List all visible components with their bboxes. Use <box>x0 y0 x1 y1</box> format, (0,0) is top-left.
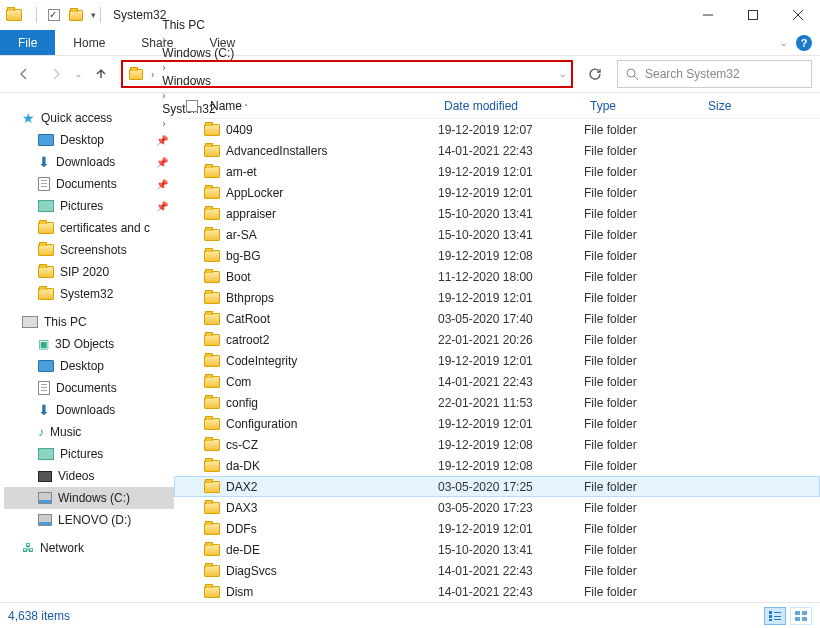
search-box[interactable] <box>617 60 812 88</box>
address-bar[interactable]: › This PC›Windows (C:)›Windows›System32›… <box>121 60 573 88</box>
tree-item[interactable]: Desktop📌 <box>4 129 174 151</box>
tree-item[interactable]: System32 <box>4 283 174 305</box>
tree-item[interactable]: SIP 2020 <box>4 261 174 283</box>
tree-label: Windows (C:) <box>58 491 130 505</box>
tree-item[interactable]: Documents📌 <box>4 173 174 195</box>
ribbon-home-tab[interactable]: Home <box>55 30 123 55</box>
file-row[interactable]: DAX303-05-2020 17:23File folder <box>174 497 820 518</box>
tree-label: Documents <box>56 177 117 191</box>
tree-item[interactable]: This PC <box>4 311 174 333</box>
chevron-right-icon[interactable]: › <box>151 69 154 80</box>
help-button[interactable]: ? <box>796 35 812 51</box>
qat-properties[interactable] <box>45 6 63 24</box>
file-row[interactable]: AppLocker19-12-2019 12:01File folder <box>174 182 820 203</box>
folder-icon <box>204 124 220 136</box>
tree-item[interactable]: 🖧Network <box>4 537 174 559</box>
nav-recent-dropdown[interactable]: ⌵ <box>76 70 81 79</box>
nav-back[interactable] <box>12 62 36 86</box>
file-row[interactable]: DDFs19-12-2019 12:01File folder <box>174 518 820 539</box>
ribbon: File Home Share View ⌵ ? <box>0 30 820 56</box>
ribbon-expand[interactable]: ⌵ <box>781 38 786 48</box>
file-row[interactable]: Boot11-12-2020 18:00File folder <box>174 266 820 287</box>
tree-item[interactable]: ▣3D Objects <box>4 333 174 355</box>
chevron-right-icon[interactable]: › <box>162 62 165 73</box>
folder-icon <box>204 376 220 388</box>
breadcrumb-segment[interactable]: Windows <box>158 74 238 88</box>
file-row[interactable]: cs-CZ19-12-2019 12:08File folder <box>174 434 820 455</box>
tree-item[interactable]: certificates and c <box>4 217 174 239</box>
pic-icon <box>38 448 54 460</box>
tree-item[interactable]: Windows (C:) <box>4 487 174 509</box>
column-date[interactable]: Date modified <box>438 99 584 113</box>
tree-item[interactable]: Documents <box>4 377 174 399</box>
breadcrumb-segment[interactable]: This PC <box>158 18 238 32</box>
file-row[interactable]: 040919-12-2019 12:07File folder <box>174 119 820 140</box>
column-checkbox[interactable] <box>180 100 204 112</box>
svg-rect-9 <box>802 611 807 615</box>
minimize-button[interactable] <box>685 0 730 30</box>
file-row[interactable]: appraiser15-10-2020 13:41File folder <box>174 203 820 224</box>
folder-icon <box>204 271 220 283</box>
file-row[interactable]: de-DE15-10-2020 13:41File folder <box>174 539 820 560</box>
file-row[interactable]: config22-01-2021 11:53File folder <box>174 392 820 413</box>
nav-row: ⌵ › This PC›Windows (C:)›Windows›System3… <box>0 56 820 92</box>
refresh-button[interactable] <box>581 60 609 88</box>
chevron-right-icon[interactable]: › <box>162 34 165 45</box>
file-row[interactable]: CatRoot03-05-2020 17:40File folder <box>174 308 820 329</box>
folder-icon <box>129 69 143 80</box>
tree-item[interactable]: ⬇Downloads <box>4 399 174 421</box>
address-dropdown[interactable]: ⌵ <box>560 69 565 79</box>
qat-new-folder[interactable] <box>67 6 85 24</box>
tree-label: Videos <box>58 469 94 483</box>
folder-icon <box>204 418 220 430</box>
file-row[interactable]: catroot222-01-2021 20:26File folder <box>174 329 820 350</box>
file-row[interactable]: Bthprops19-12-2019 12:01File folder <box>174 287 820 308</box>
file-row[interactable]: da-DK19-12-2019 12:08File folder <box>174 455 820 476</box>
tree-label: LENOVO (D:) <box>58 513 131 527</box>
folder-icon <box>204 481 220 493</box>
svg-rect-0 <box>748 11 757 20</box>
folder-icon <box>204 292 220 304</box>
file-name: AdvancedInstallers <box>226 144 327 158</box>
nav-up[interactable] <box>89 62 113 86</box>
tree-item[interactable]: Desktop <box>4 355 174 377</box>
qat-dropdown[interactable]: ▾ <box>91 10 96 20</box>
file-row[interactable]: AdvancedInstallers14-01-2021 22:43File f… <box>174 140 820 161</box>
file-date: 19-12-2019 12:01 <box>438 417 584 431</box>
breadcrumb-segment[interactable]: Windows (C:) <box>158 46 238 60</box>
tree-item[interactable]: ★Quick access <box>4 107 174 129</box>
file-row[interactable]: am-et19-12-2019 12:01File folder <box>174 161 820 182</box>
tree-item[interactable]: Pictures📌 <box>4 195 174 217</box>
file-row[interactable]: bg-BG19-12-2019 12:08File folder <box>174 245 820 266</box>
file-name: Configuration <box>226 417 297 431</box>
column-type[interactable]: Type <box>584 99 702 113</box>
ribbon-file-tab[interactable]: File <box>0 30 55 55</box>
file-row[interactable]: Com14-01-2021 22:43File folder <box>174 371 820 392</box>
maximize-button[interactable] <box>730 0 775 30</box>
tree-item[interactable]: ⬇Downloads📌 <box>4 151 174 173</box>
search-input[interactable] <box>645 67 803 81</box>
view-details-button[interactable] <box>764 607 786 625</box>
nav-forward[interactable] <box>44 62 68 86</box>
tree-item[interactable]: ♪Music <box>4 421 174 443</box>
titlebar: ▾ System32 <box>0 0 820 30</box>
file-row[interactable]: DiagSvcs14-01-2021 22:43File folder <box>174 560 820 581</box>
tree-item[interactable]: Videos <box>4 465 174 487</box>
file-row[interactable]: Configuration19-12-2019 12:01File folder <box>174 413 820 434</box>
tree-item[interactable]: LENOVO (D:) <box>4 509 174 531</box>
view-large-button[interactable] <box>790 607 812 625</box>
file-name: Com <box>226 375 251 389</box>
file-name: DiagSvcs <box>226 564 277 578</box>
file-row[interactable]: ar-SA15-10-2020 13:41File folder <box>174 224 820 245</box>
column-name[interactable]: Name˄ <box>204 99 438 113</box>
tree-item[interactable]: Pictures <box>4 443 174 465</box>
file-row[interactable]: DAX203-05-2020 17:25File folder <box>174 476 820 497</box>
column-size[interactable]: Size <box>702 99 772 113</box>
close-button[interactable] <box>775 0 820 30</box>
disk-icon <box>38 492 52 504</box>
file-type: File folder <box>584 186 702 200</box>
file-row[interactable]: Dism14-01-2021 22:43File folder <box>174 581 820 600</box>
tree-item[interactable]: Screenshots <box>4 239 174 261</box>
folder-icon <box>69 10 83 21</box>
file-row[interactable]: CodeIntegrity19-12-2019 12:01File folder <box>174 350 820 371</box>
